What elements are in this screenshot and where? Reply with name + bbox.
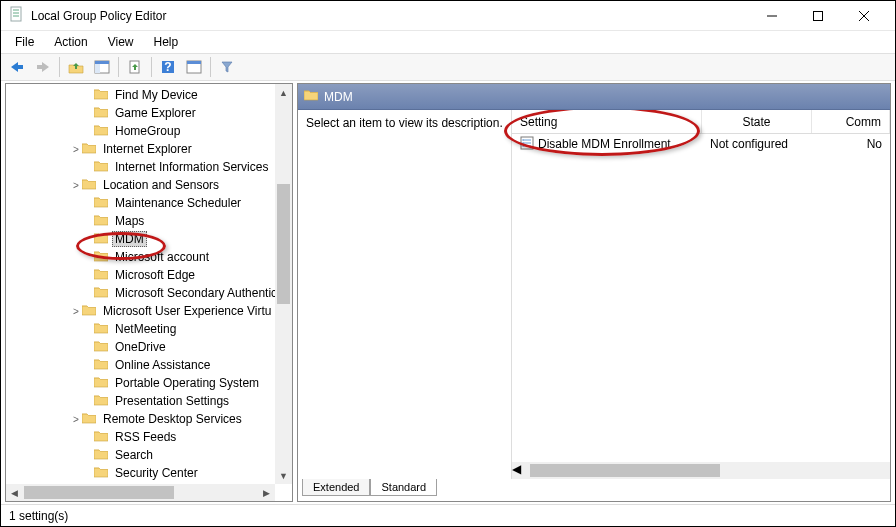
menu-view[interactable]: View	[100, 33, 142, 51]
main-area: Find My DeviceGame ExplorerHomeGroup>Int…	[1, 81, 895, 504]
horizontal-scrollbar[interactable]: ◀ ▶	[512, 462, 890, 479]
cell-state: Not configured	[702, 137, 812, 151]
tree-item[interactable]: >Remote Desktop Services	[6, 410, 292, 428]
tree-item[interactable]: Security Center	[6, 464, 292, 482]
setting-name: Disable MDM Enrollment	[538, 137, 671, 151]
scroll-thumb[interactable]	[24, 486, 174, 499]
folder-icon	[94, 106, 108, 121]
tree-item-label: Portable Operating System	[112, 376, 262, 390]
tree-item[interactable]: >Microsoft User Experience Virtu	[6, 302, 292, 320]
svg-rect-12	[814, 11, 823, 20]
tree-item-label: NetMeeting	[112, 322, 179, 336]
folder-icon	[94, 214, 108, 229]
folder-icon	[94, 448, 108, 463]
folder-icon	[94, 358, 108, 373]
tree-item-label: HomeGroup	[112, 124, 183, 138]
horizontal-scrollbar[interactable]: ◀ ▶	[6, 484, 275, 501]
folder-icon	[94, 124, 108, 139]
tree-item[interactable]: Presentation Settings	[6, 392, 292, 410]
tree-pane: Find My DeviceGame ExplorerHomeGroup>Int…	[5, 83, 293, 502]
tree-item[interactable]: Maintenance Scheduler	[6, 194, 292, 212]
expand-toggle[interactable]: >	[70, 180, 82, 191]
tree-item[interactable]: HomeGroup	[6, 122, 292, 140]
column-setting[interactable]: Setting	[512, 110, 702, 133]
tree-item[interactable]: Maps	[6, 212, 292, 230]
help-button[interactable]: ?	[156, 55, 180, 79]
tree-item[interactable]: Game Explorer	[6, 104, 292, 122]
tree-item-label: RSS Feeds	[112, 430, 179, 444]
title-bar: Local Group Policy Editor	[1, 1, 895, 31]
scroll-right-arrow[interactable]: ▶	[258, 484, 275, 501]
folder-icon	[94, 286, 108, 301]
scroll-thumb[interactable]	[530, 464, 720, 477]
vertical-scrollbar[interactable]: ▲ ▼	[275, 84, 292, 484]
menu-help[interactable]: Help	[146, 33, 187, 51]
expand-toggle[interactable]: >	[70, 414, 82, 425]
expand-toggle[interactable]: >	[70, 144, 82, 155]
description-placeholder: Select an item to view its description.	[306, 116, 503, 130]
status-bar: 1 setting(s)	[1, 504, 895, 526]
tree-view[interactable]: Find My DeviceGame ExplorerHomeGroup>Int…	[6, 84, 292, 501]
status-text: 1 setting(s)	[9, 509, 68, 523]
tree-item[interactable]: Search	[6, 446, 292, 464]
folder-icon	[94, 322, 108, 337]
tab-extended[interactable]: Extended	[302, 479, 370, 496]
tree-item-label: Internet Explorer	[100, 142, 195, 156]
menu-action[interactable]: Action	[46, 33, 95, 51]
tree-item[interactable]: Microsoft Edge	[6, 266, 292, 284]
tree-item-label: Location and Sensors	[100, 178, 222, 192]
show-hide-tree-button[interactable]	[90, 55, 114, 79]
back-button[interactable]	[5, 55, 29, 79]
properties-button[interactable]	[182, 55, 206, 79]
tree-item[interactable]: RSS Feeds	[6, 428, 292, 446]
tree-item[interactable]: >Location and Sensors	[6, 176, 292, 194]
folder-icon	[94, 250, 108, 265]
svg-text:?: ?	[164, 60, 171, 74]
policy-icon	[520, 136, 534, 153]
tree-item[interactable]: >Internet Explorer	[6, 140, 292, 158]
minimize-button[interactable]	[749, 1, 795, 31]
folder-icon	[94, 340, 108, 355]
column-comment[interactable]: Comm	[812, 110, 890, 133]
folder-icon	[82, 178, 96, 193]
folder-icon	[94, 376, 108, 391]
tree-item[interactable]: Microsoft Secondary Authentic	[6, 284, 292, 302]
scroll-thumb[interactable]	[277, 184, 290, 304]
folder-icon	[82, 304, 96, 319]
filter-button[interactable]	[215, 55, 239, 79]
folder-icon	[94, 268, 108, 283]
details-header: MDM	[298, 84, 890, 110]
list-row[interactable]: Disable MDM Enrollment Not configured No	[512, 134, 890, 154]
tree-item-label: Security Center	[112, 466, 201, 480]
up-button[interactable]	[64, 55, 88, 79]
tab-standard[interactable]: Standard	[370, 479, 437, 496]
menu-file[interactable]: File	[7, 33, 42, 51]
close-button[interactable]	[841, 1, 887, 31]
tree-item-label: OneDrive	[112, 340, 169, 354]
folder-icon	[94, 88, 108, 103]
tree-item[interactable]: OneDrive	[6, 338, 292, 356]
tree-item[interactable]: Microsoft account	[6, 248, 292, 266]
scroll-up-arrow[interactable]: ▲	[275, 84, 292, 101]
expand-toggle[interactable]: >	[70, 306, 82, 317]
tree-item[interactable]: NetMeeting	[6, 320, 292, 338]
menu-bar: File Action View Help	[1, 31, 895, 53]
tree-item-label: Search	[112, 448, 156, 462]
tree-item[interactable]: MDM	[6, 230, 292, 248]
tree-item[interactable]: Find My Device	[6, 86, 292, 104]
tree-item-label: Online Assistance	[112, 358, 213, 372]
forward-button[interactable]	[31, 55, 55, 79]
tree-item[interactable]: Online Assistance	[6, 356, 292, 374]
export-button[interactable]	[123, 55, 147, 79]
tree-item-label: Microsoft User Experience Virtu	[100, 304, 275, 318]
maximize-button[interactable]	[795, 1, 841, 31]
app-icon	[9, 6, 25, 25]
svg-rect-7	[11, 7, 21, 21]
scroll-down-arrow[interactable]: ▼	[275, 467, 292, 484]
scroll-left-arrow[interactable]: ◀	[6, 484, 23, 501]
column-state[interactable]: State	[702, 110, 812, 133]
tree-item[interactable]: Internet Information Services	[6, 158, 292, 176]
tree-item-label: Microsoft Secondary Authentic	[112, 286, 280, 300]
tree-item[interactable]: Portable Operating System	[6, 374, 292, 392]
tree-item-label: Remote Desktop Services	[100, 412, 245, 426]
